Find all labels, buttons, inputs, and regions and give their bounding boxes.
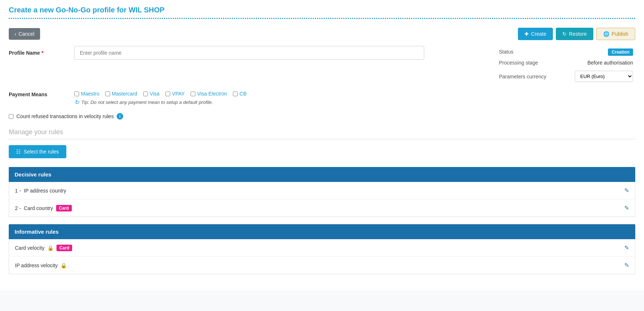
visa-checkbox[interactable] [143, 92, 148, 96]
informative-rules-section: Informative rules Card velocity 🔒 Card ✎… [9, 224, 635, 274]
currency-select[interactable]: EUR (Euro) USD (Dollar) GBP (Pound) [575, 71, 633, 82]
vpay-checkbox-item[interactable]: VPAY [165, 91, 185, 97]
mastercard-checkbox[interactable] [105, 92, 110, 96]
lock-icon: 🔒 [47, 245, 54, 251]
payment-means-label: Payment Means [9, 91, 74, 97]
status-label: Status [497, 47, 559, 57]
lock-icon: 🔒 [61, 263, 67, 268]
rule-number: 2 - [15, 205, 21, 211]
page-title: Create a new Go-No-Go profile for WIL SH… [9, 6, 635, 14]
velocity-row: Count refused transactions in velocity r… [9, 113, 635, 120]
table-row: 1 - IP address country ✎ [9, 182, 635, 199]
tip-text-content: Tip: Do not select any payment mean to s… [81, 100, 213, 105]
profile-name-row: Profile Name * [9, 46, 489, 60]
rule-number: 1 - [15, 188, 21, 194]
mastercard-checkbox-item[interactable]: Mastercard [105, 91, 137, 97]
cb-label: CB [239, 91, 246, 97]
profile-name-label: Profile Name * [9, 50, 74, 56]
select-rules-button[interactable]: ☷ Select the rules [9, 145, 66, 158]
velocity-label: Count refused transactions in velocity r… [16, 113, 114, 119]
visa-label: Visa [150, 91, 160, 97]
currency-label: Parameters currency [497, 69, 559, 84]
rule-label: IP address velocity [15, 263, 58, 268]
processing-stage-value: Before authorisation [560, 58, 635, 68]
processing-stage-label: Processing stage [497, 58, 559, 68]
rule-label: IP address country [24, 188, 66, 194]
table-row: IP address velocity 🔒 ✎ [9, 257, 635, 274]
status-section: Status Creation Processing stage Before … [497, 46, 635, 85]
cb-checkbox[interactable] [233, 92, 238, 96]
card-tag: Card [56, 245, 72, 251]
table-row: 2 - Card country Card ✎ [9, 199, 635, 217]
toolbar: ‹ Cancel ✚ Create ↻ Restore 🌐 Publish [9, 25, 635, 46]
manage-rules-section: Manage your rules ☷ Select the rules [9, 128, 635, 158]
cancel-button[interactable]: ‹ Cancel [9, 28, 40, 40]
create-button[interactable]: ✚ Create [518, 28, 553, 40]
decisive-rules-section: Decisive rules 1 - IP address country ✎ … [9, 167, 635, 217]
rule-label: Card country [24, 205, 53, 211]
edit-icon[interactable]: ✎ [624, 262, 629, 269]
publish-button[interactable]: 🌐 Publish [596, 28, 635, 40]
decisive-rules-list: 1 - IP address country ✎ 2 - Card countr… [9, 182, 635, 217]
cb-checkbox-item[interactable]: CB [233, 91, 246, 97]
refresh-icon: ↻ [562, 31, 567, 37]
restore-button[interactable]: ↻ Restore [556, 28, 593, 40]
visa-electron-checkbox-item[interactable]: Visa Electron [191, 91, 227, 97]
plus-circle-icon: ✚ [524, 31, 529, 37]
visa-electron-checkbox[interactable] [191, 92, 195, 96]
vpay-checkbox[interactable] [165, 92, 170, 96]
velocity-checkbox[interactable] [9, 114, 13, 119]
required-marker: * [41, 50, 43, 56]
status-badge: Creation [608, 48, 633, 56]
table-row: Card velocity 🔒 Card ✎ [9, 239, 635, 257]
payment-checkboxes: Maestro Mastercard Visa VPAY Visa Electr… [74, 91, 635, 97]
chevron-left-icon: ‹ [15, 31, 16, 37]
decisive-rules-header: Decisive rules [9, 167, 635, 182]
maestro-checkbox-item[interactable]: Maestro [74, 91, 99, 97]
manage-rules-title: Manage your rules [9, 128, 635, 136]
main-content: Profile Name * Status Creation Processin… [0, 46, 644, 290]
visa-checkbox-item[interactable]: Visa [143, 91, 160, 97]
vpay-label: VPAY [172, 91, 185, 97]
rule-label: Card velocity [15, 245, 44, 251]
informative-rules-list: Card velocity 🔒 Card ✎ IP address veloci… [9, 239, 635, 274]
manage-rules-divider [9, 139, 635, 139]
header-divider [9, 18, 635, 19]
globe-icon: 🌐 [603, 31, 609, 37]
status-table: Status Creation Processing stage Before … [497, 46, 635, 85]
maestro-label: Maestro [81, 91, 99, 97]
mastercard-label: Mastercard [112, 91, 137, 97]
payment-means-content: Maestro Mastercard Visa VPAY Visa Electr… [74, 91, 635, 106]
edit-icon[interactable]: ✎ [624, 244, 629, 251]
profile-name-input[interactable] [74, 46, 424, 60]
card-tag: Card [56, 205, 72, 211]
informative-rules-header: Informative rules [9, 224, 635, 239]
visa-electron-label: Visa Electron [197, 91, 227, 97]
edit-icon[interactable]: ✎ [624, 205, 629, 211]
info-icon[interactable]: i [117, 113, 123, 120]
payment-means-row: Payment Means Maestro Mastercard Visa VP… [9, 91, 635, 106]
payment-tip: ↻ Tip: Do not select any payment mean to… [74, 99, 635, 106]
maestro-checkbox[interactable] [74, 92, 79, 96]
action-buttons: ✚ Create ↻ Restore 🌐 Publish [518, 28, 635, 40]
edit-icon[interactable]: ✎ [624, 187, 629, 194]
tip-icon: ↻ [74, 99, 79, 106]
list-icon: ☷ [16, 149, 21, 155]
